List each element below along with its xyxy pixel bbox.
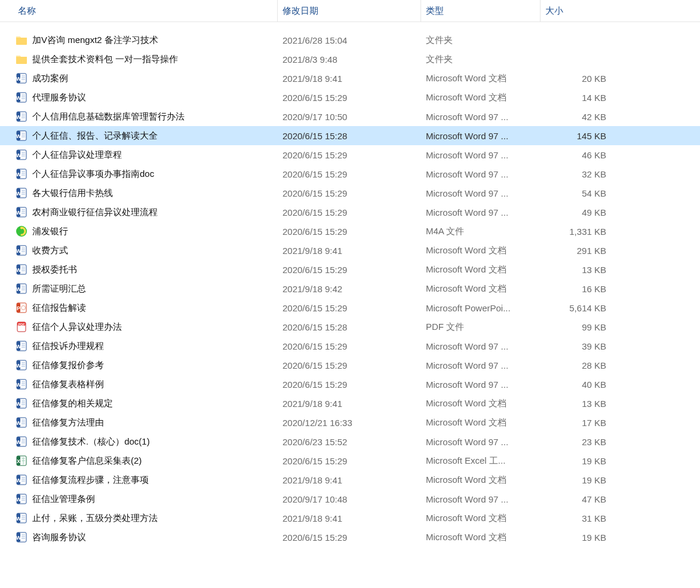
file-type-cell: Microsoft Word 97 ... <box>421 169 541 179</box>
file-row[interactable]: 个人征信、报告、记录解读大全2020/6/15 15:28Microsoft W… <box>0 126 700 145</box>
file-name-cell[interactable]: 农村商业银行征信异议处理流程 <box>0 206 278 218</box>
column-header-size[interactable]: 大小 <box>541 0 618 22</box>
file-size-cell: 13 KB <box>541 399 618 409</box>
word-icon <box>16 111 27 122</box>
column-header-type[interactable]: 类型 <box>421 0 541 22</box>
file-name-cell[interactable]: 个人信用信息基础数据库管理暂行办法 <box>0 111 278 122</box>
file-row[interactable]: 征信修复报价参考2020/6/15 15:29Microsoft Word 97… <box>0 356 700 375</box>
file-row[interactable]: 止付，呆账，五级分类处理方法2021/9/18 9:41Microsoft Wo… <box>0 509 700 528</box>
file-row[interactable]: 所需证明汇总2021/9/18 9:42Microsoft Word 文档16 … <box>0 279 700 298</box>
file-name-cell[interactable]: 征信修复方法理由 <box>0 416 278 428</box>
file-date-cell: 2021/9/18 9:42 <box>278 284 421 294</box>
file-name-text: 农村商业银行征信异议处理流程 <box>32 207 158 218</box>
file-type-cell: PDF 文件 <box>421 321 541 333</box>
file-name-cell[interactable]: 浦发银行 <box>0 225 278 237</box>
word-icon <box>16 493 27 505</box>
file-date-cell: 2020/9/17 10:50 <box>278 112 421 122</box>
file-row[interactable]: 征信个人异议处理办法2020/6/15 15:28PDF 文件99 KB <box>0 317 700 336</box>
word-icon <box>16 168 27 180</box>
file-name-text: 征信修复表格样例 <box>32 379 104 390</box>
file-row[interactable]: 征信业管理条例2020/9/17 10:48Microsoft Word 97 … <box>0 489 700 509</box>
file-name-cell[interactable]: 个人征信异议处理章程 <box>0 149 278 161</box>
file-name-cell[interactable]: 成功案例 <box>0 72 278 84</box>
file-name-text: 各大银行信用卡热线 <box>32 188 113 199</box>
file-explorer: ˇ 名称 修改日期 类型 大小 加V咨询 mengxt2 备注学习技术2021/… <box>0 0 700 547</box>
file-row[interactable]: 征信报告解读2020/6/15 15:29Microsoft PowerPoi.… <box>0 298 700 317</box>
file-type-cell: Microsoft Word 97 ... <box>421 188 541 198</box>
file-name-cell[interactable]: 征信修复报价参考 <box>0 359 278 371</box>
file-name-text: 浦发银行 <box>32 226 68 237</box>
file-name-cell[interactable]: 征信修复流程步骤，注意事项 <box>0 474 278 486</box>
file-row[interactable]: 个人信用信息基础数据库管理暂行办法2020/9/17 10:50Microsof… <box>0 107 700 126</box>
file-type-cell: 文件夹 <box>421 35 541 46</box>
file-name-text: 咨询服务协议 <box>32 532 86 543</box>
file-name-text: 征信修复方法理由 <box>32 417 104 428</box>
file-row[interactable]: 代理服务协议2020/6/15 15:29Microsoft Word 文档14… <box>0 88 700 107</box>
file-name-text: 个人征信异议事项办事指南doc <box>32 169 154 180</box>
file-date-cell: 2020/6/15 15:29 <box>278 226 421 237</box>
file-name-cell[interactable]: 征信修复客户信息采集表(2) <box>0 455 278 467</box>
file-row[interactable]: 浦发银行2020/6/15 15:29M4A 文件1,331 KB <box>0 222 700 241</box>
file-size-cell: 13 KB <box>541 265 618 275</box>
file-row[interactable]: 个人征信异议处理章程2020/6/15 15:29Microsoft Word … <box>0 145 700 164</box>
file-name-cell[interactable]: 征信修复表格样例 <box>0 378 278 390</box>
word-icon <box>16 187 27 199</box>
file-name-cell[interactable]: 各大银行信用卡热线 <box>0 187 278 199</box>
file-row[interactable]: 个人征信异议事项办事指南doc2020/6/15 15:29Microsoft … <box>0 164 700 183</box>
file-type-cell: Microsoft Word 97 ... <box>421 437 541 447</box>
file-name-cell[interactable]: 提供全套技术资料包 一对一指导操作 <box>0 53 278 65</box>
file-name-cell[interactable]: 止付，呆账，五级分类处理方法 <box>0 512 278 524</box>
file-name-text: 征信修复客户信息采集表(2) <box>32 455 142 467</box>
column-header-name[interactable]: 名称 <box>0 0 278 22</box>
file-name-text: 所需证明汇总 <box>32 283 86 295</box>
file-type-cell: Microsoft Word 97 ... <box>421 150 541 160</box>
file-name-cell[interactable]: 个人征信异议事项办事指南doc <box>0 168 278 180</box>
word-icon <box>16 72 27 84</box>
file-name-cell[interactable]: 征信个人异议处理办法 <box>0 321 278 333</box>
file-type-cell: Microsoft PowerPoi... <box>421 303 541 313</box>
word-icon <box>16 149 27 161</box>
file-type-cell: 文件夹 <box>421 54 541 65</box>
file-date-cell: 2020/6/15 15:29 <box>278 532 421 543</box>
file-size-cell: 19 KB <box>541 475 618 485</box>
word-icon <box>16 91 27 103</box>
file-type-cell: Microsoft Word 97 ... <box>421 360 541 370</box>
file-row[interactable]: 提供全套技术资料包 一对一指导操作2021/8/3 9:48文件夹 <box>0 50 700 69</box>
file-name-cell[interactable]: 征信修复技术.（核心）doc(1) <box>0 436 278 448</box>
word-icon <box>16 474 27 486</box>
file-row[interactable]: 征信修复表格样例2020/6/15 15:29Microsoft Word 97… <box>0 375 700 394</box>
file-name-text: 个人征信异议处理章程 <box>32 149 122 161</box>
file-name-cell[interactable]: 征信修复的相关规定 <box>0 397 278 409</box>
file-row[interactable]: 征信修复流程步骤，注意事项2021/9/18 9:41Microsoft Wor… <box>0 470 700 489</box>
file-row[interactable]: 各大银行信用卡热线2020/6/15 15:29Microsoft Word 9… <box>0 183 700 203</box>
file-name-cell[interactable]: 个人征信、报告、记录解读大全 <box>0 130 278 142</box>
file-name-cell[interactable]: 代理服务协议 <box>0 91 278 103</box>
file-row[interactable]: 收费方式2021/9/18 9:41Microsoft Word 文档291 K… <box>0 241 700 260</box>
file-row[interactable]: 征信修复技术.（核心）doc(1)2020/6/23 15:52Microsof… <box>0 432 700 451</box>
file-name-cell[interactable]: 所需证明汇总 <box>0 283 278 295</box>
file-name-cell[interactable]: 收费方式 <box>0 244 278 256</box>
file-type-cell: M4A 文件 <box>421 226 541 237</box>
file-name-cell[interactable]: 加V咨询 mengxt2 备注学习技术 <box>0 34 278 46</box>
file-name-cell[interactable]: 征信报告解读 <box>0 302 278 314</box>
file-size-cell: 39 KB <box>541 341 618 351</box>
word-icon <box>16 416 27 428</box>
file-row[interactable]: 征信修复的相关规定2021/9/18 9:41Microsoft Word 文档… <box>0 394 700 413</box>
file-name-cell[interactable]: 授权委托书 <box>0 264 278 275</box>
file-type-cell: Microsoft Word 文档 <box>421 73 541 84</box>
file-row[interactable]: 征信修复客户信息采集表(2)2020/6/15 15:29Microsoft E… <box>0 451 700 470</box>
file-row[interactable]: 征信投诉办理规程2020/6/15 15:29Microsoft Word 97… <box>0 336 700 356</box>
file-row[interactable]: 农村商业银行征信异议处理流程2020/6/15 15:29Microsoft W… <box>0 203 700 222</box>
file-row[interactable]: 授权委托书2020/6/15 15:29Microsoft Word 文档13 … <box>0 260 700 279</box>
file-name-cell[interactable]: 征信业管理条例 <box>0 493 278 505</box>
file-row[interactable]: 征信修复方法理由2020/12/21 16:33Microsoft Word 文… <box>0 413 700 432</box>
file-type-cell: Microsoft Word 文档 <box>421 532 541 543</box>
file-name-cell[interactable]: 征信投诉办理规程 <box>0 340 278 352</box>
file-row[interactable]: 成功案例2021/9/18 9:41Microsoft Word 文档20 KB <box>0 69 700 88</box>
column-header-date[interactable]: 修改日期 <box>278 0 421 22</box>
file-row[interactable]: 咨询服务协议2020/6/15 15:29Microsoft Word 文档19… <box>0 528 700 547</box>
file-name-text: 提供全套技术资料包 一对一指导操作 <box>32 54 178 65</box>
file-name-cell[interactable]: 咨询服务协议 <box>0 531 278 543</box>
file-type-cell: Microsoft Word 文档 <box>421 474 541 486</box>
file-row[interactable]: 加V咨询 mengxt2 备注学习技术2021/6/28 15:04文件夹 <box>0 30 700 50</box>
